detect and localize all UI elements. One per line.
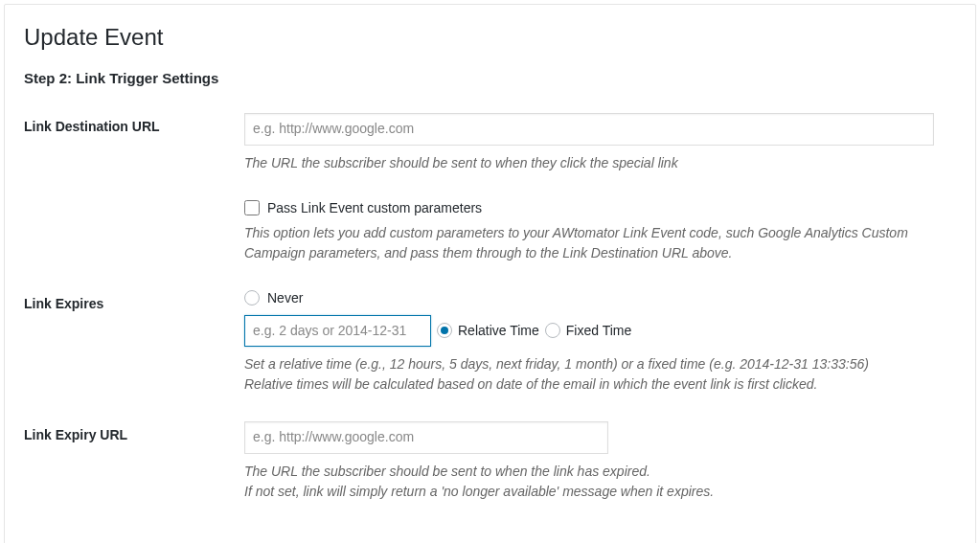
field-expiry-url: The URL the subscriber should be sent to… xyxy=(244,421,956,502)
expires-relative-radio[interactable] xyxy=(437,323,452,338)
expires-never-label: Never xyxy=(267,290,303,305)
description-expires: Set a relative time (e.g., 12 hours, 5 d… xyxy=(244,354,948,395)
expires-value-input[interactable] xyxy=(244,315,431,348)
description-expiry-url-line2: If not set, link will simply return a 'n… xyxy=(244,484,714,499)
field-destination: The URL the subscriber should be sent to… xyxy=(244,113,956,173)
description-pass-params: This option lets you add custom paramete… xyxy=(244,223,948,263)
row-expires: Link Expires Never Relative Time Fixed T… xyxy=(24,290,956,396)
field-pass-params: Pass Link Event custom parameters This o… xyxy=(244,200,956,263)
field-expires: Never Relative Time Fixed Time Set a rel… xyxy=(244,290,956,396)
expires-fixed-radio[interactable] xyxy=(545,323,560,338)
step-title: Step 2: Link Trigger Settings xyxy=(24,70,956,86)
expires-relative-label: Relative Time xyxy=(458,323,539,338)
label-expires: Link Expires xyxy=(24,290,244,311)
description-expires-line2: Relative times will be calculated based … xyxy=(244,376,817,392)
pass-params-label: Pass Link Event custom parameters xyxy=(267,200,482,215)
description-expiry-url-line1: The URL the subscriber should be sent to… xyxy=(244,464,650,479)
expires-fixed-label: Fixed Time xyxy=(566,323,631,338)
row-destination: Link Destination URL The URL the subscri… xyxy=(24,113,956,173)
description-expires-line1: Set a relative time (e.g., 12 hours, 5 d… xyxy=(244,356,869,372)
destination-url-input[interactable] xyxy=(244,113,934,146)
label-destination: Link Destination URL xyxy=(24,113,244,134)
label-pass-params xyxy=(24,200,244,206)
label-expiry-url: Link Expiry URL xyxy=(24,421,244,442)
expiry-url-input[interactable] xyxy=(244,421,608,454)
settings-panel: Update Event Step 2: Link Trigger Settin… xyxy=(4,4,976,543)
pass-params-checkbox[interactable] xyxy=(244,200,260,215)
description-expiry-url: The URL the subscriber should be sent to… xyxy=(244,462,948,502)
row-pass-params: Pass Link Event custom parameters This o… xyxy=(24,200,956,263)
row-expiry-url: Link Expiry URL The URL the subscriber s… xyxy=(24,421,956,502)
page-title: Update Event xyxy=(24,24,956,51)
description-destination: The URL the subscriber should be sent to… xyxy=(244,153,948,173)
expires-never-radio[interactable] xyxy=(244,290,260,305)
